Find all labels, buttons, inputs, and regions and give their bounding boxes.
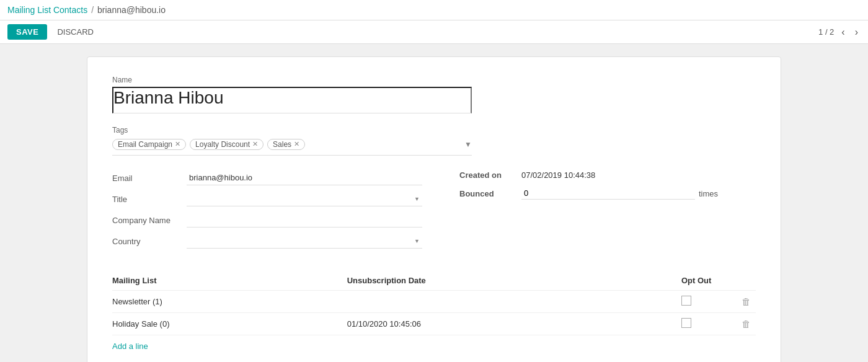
title-select[interactable]: Mr Mrs Ms Dr	[187, 192, 422, 206]
add-a-line-button[interactable]: Add a line	[112, 342, 148, 351]
created-on-value: 07/02/2019 10:44:38	[521, 170, 595, 180]
country-select[interactable]: United States Canada	[187, 234, 422, 249]
bounced-label: Bounced	[459, 189, 521, 198]
tag-remove-sales[interactable]: ✕	[294, 140, 299, 148]
col-delete	[731, 273, 756, 291]
bounced-input[interactable]	[521, 187, 695, 200]
tags-container[interactable]: Email Campaign ✕ Loyalty Discount ✕ Sale…	[112, 137, 472, 156]
opt-out-checkbox[interactable]	[681, 318, 691, 328]
bounced-times-label: times	[699, 189, 718, 198]
col-mailing-list: Mailing List	[112, 273, 347, 291]
save-button[interactable]: SAVE	[7, 24, 47, 40]
created-on-row: Created on 07/02/2019 10:44:38	[459, 170, 756, 180]
breadcrumb-parent[interactable]: Mailing List Contacts	[7, 5, 87, 15]
bounced-row: Bounced times	[459, 187, 756, 200]
table-row: Holiday Sale (0) 01/10/2020 10:45:06 🗑	[112, 313, 756, 335]
opt-out-checkbox[interactable]	[681, 296, 691, 306]
breadcrumb-bar: Mailing List Contacts / brianna@hibou.io	[0, 0, 868, 20]
mailing-list-name: Newsletter (1)	[112, 291, 347, 313]
tags-section: Tags Email Campaign ✕ Loyalty Discount ✕…	[112, 126, 756, 156]
record-card: Name Tags Email Campaign ✕ Loyalty Disco…	[87, 56, 781, 362]
company-label: Company Name	[112, 216, 187, 225]
toolbar: SAVE DISCARD 1 / 2 ‹ ›	[0, 20, 868, 44]
mailing-list-table: Mailing List Unsubscription Date Opt Out…	[112, 273, 756, 335]
spacer	[663, 291, 681, 313]
fields-right: Created on 07/02/2019 10:44:38 Bounced t…	[459, 170, 756, 255]
col-unsub-date: Unsubscription Date	[347, 273, 663, 291]
tag-sales[interactable]: Sales ✕	[267, 139, 305, 150]
email-label: Email	[112, 174, 187, 183]
title-select-wrapper: Mr Mrs Ms Dr	[187, 192, 422, 206]
created-on-label: Created on	[459, 170, 521, 180]
country-label: Country	[112, 237, 187, 246]
breadcrumb-current: brianna@hibou.io	[97, 5, 166, 15]
delete-row-button[interactable]: 🗑	[731, 313, 756, 335]
title-label: Title	[112, 195, 187, 204]
col-spacer	[663, 273, 681, 291]
next-record-button[interactable]: ›	[852, 25, 861, 39]
pagination-text: 1 / 2	[818, 27, 834, 37]
name-input[interactable]	[112, 87, 472, 113]
company-input[interactable]	[187, 213, 422, 227]
main-content: Name Tags Email Campaign ✕ Loyalty Disco…	[0, 44, 868, 362]
fields-row: Email Title Mr Mrs Ms Dr	[112, 170, 756, 255]
title-field-row: Title Mr Mrs Ms Dr	[112, 192, 422, 206]
tag-email-campaign[interactable]: Email Campaign ✕	[112, 139, 186, 150]
name-section: Name	[112, 76, 756, 113]
tags-dropdown-arrow[interactable]: ▼	[464, 140, 472, 149]
prev-record-button[interactable]: ‹	[839, 25, 847, 39]
tag-label: Loyalty Discount	[195, 140, 250, 149]
tag-label: Email Campaign	[118, 140, 172, 149]
toolbar-pagination: 1 / 2 ‹ ›	[818, 25, 861, 39]
delete-row-button[interactable]: 🗑	[731, 291, 756, 313]
tag-loyalty-discount[interactable]: Loyalty Discount ✕	[190, 139, 264, 150]
breadcrumb-separator: /	[91, 5, 94, 15]
name-label: Name	[112, 76, 756, 84]
spacer	[663, 313, 681, 335]
opt-out-cell	[681, 313, 731, 335]
discard-button[interactable]: DISCARD	[51, 24, 100, 40]
company-field-row: Company Name	[112, 213, 422, 227]
tag-label: Sales	[273, 140, 291, 149]
tag-remove-loyalty-discount[interactable]: ✕	[252, 140, 258, 148]
toolbar-actions: SAVE DISCARD	[7, 24, 100, 40]
tags-label: Tags	[112, 126, 756, 135]
unsub-date: 01/10/2020 10:45:06	[347, 313, 663, 335]
table-row: Newsletter (1) 🗑	[112, 291, 756, 313]
unsub-date	[347, 291, 663, 313]
opt-out-cell	[681, 291, 731, 313]
email-input[interactable]	[187, 170, 422, 185]
mailing-list-section: Mailing List Unsubscription Date Opt Out…	[112, 273, 756, 351]
email-field-row: Email	[112, 170, 422, 185]
country-select-wrapper: United States Canada	[187, 234, 422, 249]
col-opt-out: Opt Out	[681, 273, 731, 291]
tag-remove-email-campaign[interactable]: ✕	[175, 140, 180, 148]
country-field-row: Country United States Canada	[112, 234, 422, 249]
mailing-list-name: Holiday Sale (0)	[112, 313, 347, 335]
fields-left: Email Title Mr Mrs Ms Dr	[112, 170, 422, 255]
